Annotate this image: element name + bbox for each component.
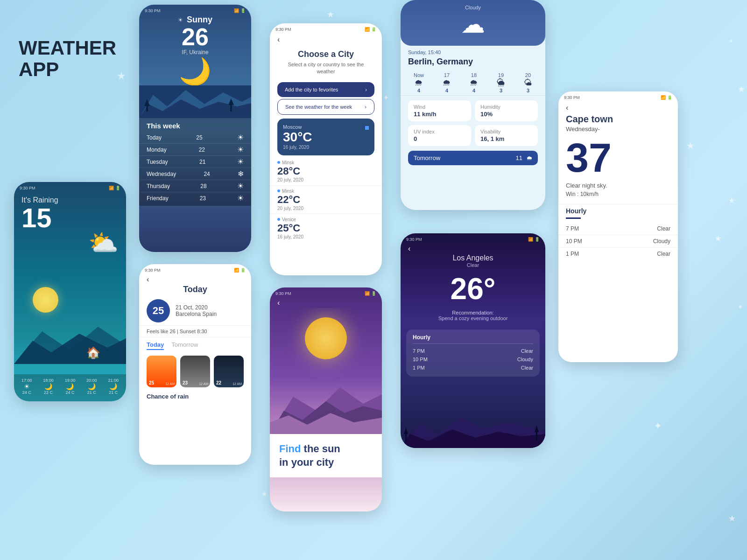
phone6-time-17: 17🌧4 (443, 72, 451, 93)
phone2-time: 9:30 PM (145, 8, 161, 13)
phone8-hour-2-time: 1 PM (566, 251, 579, 257)
phone6-visibility-label: Visability (480, 129, 532, 134)
phone6-stats-grid: Wind 11 km/h Humidity 10% UV index 0 Vis… (401, 96, 545, 151)
phone7-hourly-row-0: 7 PMClear (413, 347, 533, 355)
phone6-time-row: Now🌧4 17🌧4 18🌧4 19🌦3 20🌤3 (401, 70, 545, 96)
phone6-tomorrow-label: Tomorrow (414, 154, 440, 161)
star-deco-12: ✦ (728, 37, 734, 45)
phone7-back[interactable]: ‹ (401, 244, 545, 254)
phone5-mountains-svg (270, 369, 382, 434)
phone7-city: Los Angeles (401, 254, 545, 262)
app-title: WEATHER APP (19, 37, 116, 80)
phone4-tab-today[interactable]: Today (147, 341, 164, 350)
phone7-recommendation-text: Spend a cozy evening outdoor (401, 315, 545, 327)
phone1-house-icon: 🏠 (86, 346, 100, 359)
phone-raining: 9:30 PM 📶 🔋 It's Raining 15 ⛅ 🏠 17:00 ☀ … (14, 182, 126, 401)
phone1-moon (33, 287, 58, 313)
phone6-time-now: Now🌧4 (414, 72, 424, 93)
phone7-temp: 26° (401, 268, 545, 310)
phone3-minsk22-date: 20 july, 2020 (277, 206, 303, 211)
phone3-favorites-btn[interactable]: Add the city to fevorites › (277, 82, 374, 97)
phone7-hourly-section: Hourly 7 PMClear 10 PMCloudy 1 PMClear (406, 329, 540, 377)
phone6-time-18: 18🌧4 (470, 72, 478, 93)
phone3-minsk22-temp: 22°C (277, 194, 303, 206)
phone3-moscow-temp: 30°C (283, 130, 312, 145)
phone4-back[interactable]: ‹ (139, 274, 251, 285)
phone8-hourly-title: Hourly (558, 204, 678, 217)
phone2-landscape (139, 85, 251, 118)
phone8-hourly-row-0: 7 PM Clear (558, 223, 678, 235)
phone3-favorites-label: Add the city to fevorites (285, 87, 338, 92)
star-deco-14: ★ (738, 84, 745, 94)
phone4-thumbnails: 25 12 AM 23 12 AM 22 12 AM (139, 352, 251, 391)
phone8-wind: Win : 10km/h (558, 190, 678, 204)
phone6-wind-label: Wind (414, 104, 465, 110)
phone1-mountains (14, 317, 126, 364)
star-deco-1: ★ (327, 9, 334, 20)
phone3-time: 9:30 PM (275, 27, 291, 32)
phone4-chance-rain: Chance of rain (139, 391, 251, 402)
phone3-week-label: See the weather for the week (285, 104, 352, 110)
phone1-status-bar: 9:30 PM 📶 🔋 (14, 182, 126, 190)
star-deco-13: ★ (738, 303, 743, 310)
phone5-text-area: Find the sunin your city (270, 434, 382, 477)
phone3-week-btn[interactable]: See the weather for the week › (277, 99, 374, 115)
phone3-status: 9:30 PM 📶 🔋 (270, 23, 382, 34)
phone6-humidity-value: 10% (480, 111, 532, 118)
phone3-venice-row: Venice 25°C 16 july, 2020 (270, 214, 382, 242)
phone3-signal: 📶 🔋 (365, 27, 376, 32)
phone7-hourly-row-2: 1 PMClear (413, 364, 533, 372)
phone6-wind-value: 11 km/h (414, 111, 465, 118)
star-deco-11: ★ (728, 513, 736, 524)
phone1-time-item-3: 20:00 🌙 21 C (86, 378, 97, 395)
phone7-hour-2-time: 1 PM (413, 365, 425, 371)
phone3-moscow-name: Moscow (283, 124, 312, 130)
phone3-moscow-dot (365, 126, 369, 130)
phone1-weather-label: It's Raining (21, 196, 119, 204)
phone8-hour-0-condition: Clear (657, 225, 670, 232)
phone8-hourly-row-2: 1 PM Clear (558, 248, 678, 260)
phone8-hour-1-condition: Cloudy (653, 238, 670, 245)
phone4-thumb-2: 22 12 AM (214, 356, 244, 387)
star-deco-4: ✦ (383, 93, 389, 102)
svg-rect-16 (536, 431, 537, 441)
phone6-tomorrow-bar: Tomorrow 11 🌧 (408, 151, 538, 165)
star-deco-5: ★ (686, 140, 695, 151)
phone5-back[interactable]: ‹ (270, 298, 382, 308)
phone1-time-item-0: 17:00 ☀ 24 C (21, 378, 32, 395)
phone2-signal: 📶 🔋 (234, 8, 246, 13)
phone4-tab-tomorrow[interactable]: Tomorrow (171, 341, 198, 350)
phone5-find-text2: the sun (301, 443, 340, 455)
phone7-hourly-title: Hourly (413, 334, 533, 344)
phone6-sunday: Sunday, 15:40 (401, 46, 545, 56)
svg-rect-14 (405, 433, 407, 441)
phone6-tomorrow-temp: 11 (516, 154, 522, 161)
title-line1: WEATHER (19, 37, 116, 59)
phone5-status: 9:30 PM 📶 🔋 (270, 287, 382, 298)
phone4-thumb-0: 25 12 AM (147, 356, 176, 387)
phone1-temperature: 15 (21, 204, 119, 231)
phone2-moon: 🌙 (139, 57, 251, 85)
phone7-hour-2-condition: Clear (521, 365, 533, 371)
phone6-wind-card: Wind 11 km/h (408, 100, 471, 121)
phone3-title: Choose a City (270, 46, 382, 61)
phone2-temperature: 26 (139, 25, 251, 49)
phone4-status: 9:30 PM 📶 🔋 (139, 264, 251, 274)
phone3-subtitle: Select a city or country to see the weat… (270, 61, 382, 80)
phone3-back-btn[interactable]: ‹ (270, 34, 382, 46)
phone4-date-circle: 25 (147, 299, 170, 322)
phone7-hour-0-time: 7 PM (413, 348, 425, 354)
phone7-status: 9:30 PM 📶 🔋 (401, 233, 545, 244)
phone-today: 9:30 PM 📶 🔋 ‹ Today 25 21 Oct, 2020 Barc… (139, 264, 251, 465)
phone1-time: 9:30 PM (20, 186, 35, 190)
phone8-hour-0-time: 7 PM (566, 225, 579, 232)
phone6-time-19: 19🌦3 (497, 72, 505, 93)
phone2-this-week-label: This week (139, 120, 251, 132)
phone7-time: 9:30 PM (406, 237, 422, 242)
star-deco-9: ★ (261, 490, 268, 497)
title-line2: APP (19, 59, 116, 80)
phone6-humidity-label: Humidity (480, 104, 532, 110)
phone8-temp: 37 (558, 135, 678, 180)
phone6-uv-value: 0 (414, 135, 465, 142)
phone8-back[interactable]: ‹ (558, 102, 678, 114)
